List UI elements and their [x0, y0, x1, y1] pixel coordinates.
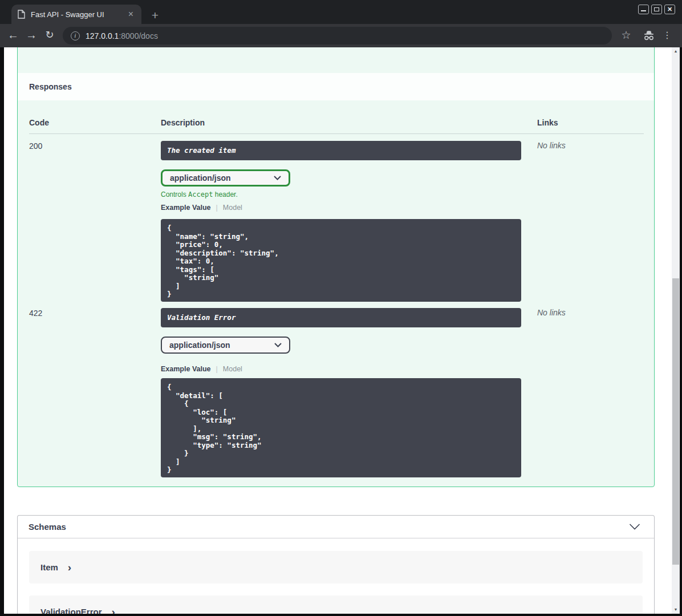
new-tab-button[interactable]: + — [148, 9, 162, 23]
browser-tab[interactable]: Fast API - Swagger UI × — [11, 5, 141, 24]
window-controls: ✕ — [638, 5, 675, 14]
accept-header-note: Controls Accept header. — [161, 191, 238, 198]
browser-toolbar: ← → ↻ i 127.0.0.1:8000/docs ☆ ⋮ — [0, 24, 682, 47]
url-path: :8000/docs — [119, 31, 158, 40]
scrollbar-thumb[interactable] — [672, 278, 679, 565]
tab-model[interactable]: Model — [223, 365, 242, 373]
chevron-down-icon — [274, 176, 281, 180]
response-description-200: The created item — [161, 141, 521, 160]
chevron-down-icon[interactable] — [629, 524, 640, 530]
table-header-divider — [29, 133, 644, 134]
response-code-422: 422 — [29, 309, 42, 318]
schemas-title: Schemas — [29, 522, 66, 532]
model-name: Item — [40, 562, 58, 572]
tab-example-value[interactable]: Example Value — [161, 204, 211, 212]
back-button[interactable]: ← — [5, 24, 22, 47]
minimize-button[interactable] — [638, 5, 649, 14]
chevron-down-icon — [274, 343, 282, 347]
schemas-section: Schemas Item › ValidationError › — [17, 515, 655, 614]
responses-section-header: Responses — [18, 73, 654, 100]
site-info-icon[interactable]: i — [71, 31, 80, 40]
example-json-200-code: { "name": "string", "price": 0, "descrip… — [161, 219, 521, 299]
media-type-select[interactable]: application/json — [161, 169, 290, 187]
column-header-description: Description — [161, 118, 205, 127]
example-model-tabs: Example Value|Model — [161, 204, 242, 212]
tab-separator: | — [216, 204, 218, 212]
url-text[interactable]: 127.0.0.1:8000/docs — [86, 31, 158, 40]
tab-separator: | — [216, 365, 218, 373]
url-host: 127.0.0.1 — [86, 31, 119, 40]
media-type-select[interactable]: application/json — [161, 337, 290, 354]
chevron-right-icon: › — [68, 563, 71, 572]
response-code-200: 200 — [29, 141, 42, 151]
maximize-button[interactable] — [651, 5, 662, 14]
response-links-422: No links — [537, 308, 566, 317]
media-type-value: application/json — [170, 173, 231, 183]
page-favicon-icon — [17, 10, 25, 19]
tab-model[interactable]: Model — [223, 204, 242, 212]
response-links-200: No links — [537, 141, 566, 150]
opblock-responses-container: Responses Code Description Links 200 The… — [17, 47, 655, 487]
scrollbar-down-icon[interactable]: ▼ — [672, 606, 680, 614]
response-description-422: Validation Error — [161, 308, 521, 327]
bookmark-star-icon[interactable]: ☆ — [619, 24, 633, 47]
address-bar[interactable]: i 127.0.0.1:8000/docs — [63, 27, 612, 44]
page-viewport: Responses Code Description Links 200 The… — [4, 47, 680, 614]
schema-model-validationerror[interactable]: ValidationError › — [29, 595, 643, 614]
schemas-header[interactable]: Schemas — [18, 516, 654, 538]
example-model-tabs: Example Value|Model — [161, 365, 242, 373]
media-type-value: application/json — [169, 341, 230, 350]
scrollbar-up-icon[interactable]: ▲ — [672, 47, 680, 55]
column-header-code: Code — [29, 118, 49, 127]
model-name: ValidationError — [40, 607, 102, 614]
example-json-422[interactable]: { "detail": [ { "loc": [ "string" ], "ms… — [161, 378, 521, 477]
forward-button[interactable]: → — [23, 24, 40, 47]
example-json-200[interactable]: { "name": "string", "price": 0, "descrip… — [161, 219, 521, 302]
tab-example-value[interactable]: Example Value — [161, 365, 211, 373]
column-header-links: Links — [537, 118, 558, 127]
reload-button[interactable]: ↻ — [41, 24, 58, 47]
tab-close-icon[interactable]: × — [126, 10, 136, 19]
schema-model-item[interactable]: Item › — [29, 551, 643, 583]
incognito-icon — [643, 30, 655, 42]
tab-strip: Fast API - Swagger UI × + ✕ — [0, 0, 682, 24]
browser-titlebar: Fast API - Swagger UI × + ✕ ← → ↻ i 127.… — [0, 0, 682, 47]
close-window-button[interactable]: ✕ — [664, 5, 675, 14]
tab-title: Fast API - Swagger UI — [31, 10, 126, 19]
responses-title: Responses — [29, 82, 72, 91]
browser-menu-icon[interactable]: ⋮ — [661, 24, 673, 47]
chevron-right-icon: › — [112, 607, 115, 614]
example-json-422-code: { "detail": [ { "loc": [ "string" ], "ms… — [161, 378, 521, 475]
page-scrollbar[interactable]: ▲ ▼ — [672, 47, 680, 614]
